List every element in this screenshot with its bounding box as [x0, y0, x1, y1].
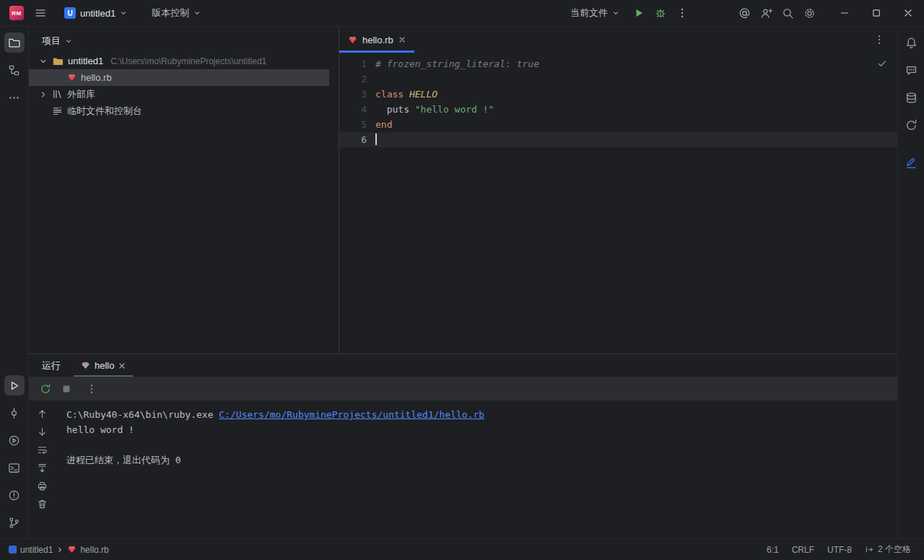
code-line-1[interactable]: 1 # frozen_string_literal: true	[339, 56, 897, 71]
chevron-down-icon	[193, 9, 201, 17]
project-panel-header[interactable]: 项目	[29, 30, 339, 53]
commit-tool-button[interactable]	[4, 403, 25, 423]
editor-options-button[interactable]	[868, 29, 890, 51]
search-icon	[782, 7, 794, 19]
trash-icon	[37, 499, 48, 509]
search-everywhere-button[interactable]	[777, 2, 798, 24]
line-number[interactable]: 1	[339, 56, 375, 71]
line-number[interactable]: 3	[339, 87, 375, 102]
breadcrumb-file[interactable]: hello.rb	[80, 545, 108, 555]
tree-file-name: hello.rb	[81, 72, 112, 83]
project-tree: untitled1 C:\Users\mo\RubymineProjects\u…	[29, 53, 339, 119]
vcs-widget[interactable]: 版本控制	[147, 4, 205, 22]
indent-icon	[865, 545, 874, 554]
line-separator-widget[interactable]: CRLF	[792, 545, 814, 555]
code-line-4[interactable]: 4 puts "hello word !"	[339, 102, 897, 117]
console-file-link[interactable]: C:/Users/mo/RubymineProjects/untitled1/h…	[219, 409, 484, 420]
run-panel-toolbar	[29, 377, 897, 401]
run-window-icon	[8, 380, 20, 392]
prev-occurrence-button[interactable]	[33, 405, 51, 422]
close-window-button[interactable]	[892, 0, 924, 26]
run-configuration-selector[interactable]: 当前文件	[566, 4, 624, 22]
encoding-widget[interactable]: UTF-8	[827, 545, 852, 555]
git-branch-icon	[8, 517, 20, 529]
stop-button[interactable]	[56, 379, 76, 398]
right-toolbar	[897, 27, 924, 538]
indent-widget[interactable]: 2 个空格	[865, 543, 911, 556]
libraries-icon	[52, 89, 63, 100]
run-configuration-label: 当前文件	[570, 6, 608, 19]
minimize-button[interactable]	[829, 0, 860, 26]
tree-row-external-libraries[interactable]: 外部库	[29, 86, 339, 102]
version-control-tool-button[interactable]	[4, 512, 25, 533]
code-class-name: HELLO	[409, 89, 437, 100]
run-more-options-button[interactable]	[82, 379, 101, 398]
project-badge-icon: U	[64, 7, 76, 19]
scroll-to-end-button[interactable]	[33, 459, 51, 476]
debug-button[interactable]	[650, 2, 671, 24]
more-run-actions-button[interactable]	[671, 2, 693, 24]
run-tool-button[interactable]	[4, 375, 25, 395]
code-line-6[interactable]: 6	[339, 132, 897, 147]
close-icon	[118, 362, 126, 369]
run-tab-label: hello	[95, 360, 114, 371]
inspections-status-widget[interactable]	[877, 58, 887, 69]
structure-tool-button[interactable]	[4, 60, 25, 80]
print-button[interactable]	[33, 477, 51, 494]
run-tab-close-button[interactable]	[118, 362, 126, 369]
code-keyword: end	[375, 119, 392, 130]
problems-tool-button[interactable]	[4, 485, 25, 505]
chevron-down-icon[interactable]	[39, 57, 48, 66]
caret-position-widget[interactable]: 6:1	[767, 545, 779, 555]
clear-console-button[interactable]	[33, 495, 51, 512]
more-icon	[8, 92, 20, 104]
tree-external-libraries-label: 外部库	[67, 88, 95, 101]
services-tool-button[interactable]	[4, 430, 25, 450]
tree-row-file-selected[interactable]: hello.rb	[29, 69, 329, 86]
console-toolbar	[29, 401, 55, 538]
statusbar-widgets: 6:1 CRLF UTF-8 2 个空格	[767, 543, 911, 556]
line-number[interactable]: 2	[339, 71, 375, 87]
line-number[interactable]: 4	[339, 102, 375, 117]
ai-assistant-tool-button[interactable]	[901, 60, 921, 80]
run-button[interactable]	[628, 2, 650, 24]
editor-tab-hello-rb[interactable]: hello.rb	[339, 27, 414, 53]
database-tool-button[interactable]	[901, 87, 921, 108]
run-tab-hello[interactable]: hello	[74, 354, 133, 377]
tab-close-button[interactable]	[398, 36, 406, 43]
ai-assistant-icon	[905, 64, 918, 76]
more-tool-windows-button[interactable]	[4, 87, 25, 108]
settings-button[interactable]	[798, 2, 820, 24]
breadcrumb-project[interactable]: untitled1	[20, 545, 53, 555]
check-icon	[877, 58, 887, 69]
project-widget[interactable]: U untitled1	[60, 4, 131, 22]
terminal-tool-button[interactable]	[4, 458, 25, 478]
chevron-down-icon	[612, 9, 619, 17]
scratches-icon	[52, 105, 63, 116]
dependencies-tool-button[interactable]	[901, 115, 921, 135]
kebab-icon	[676, 7, 688, 19]
line-number[interactable]: 5	[339, 117, 375, 132]
close-icon	[903, 8, 913, 18]
next-occurrence-button[interactable]	[33, 423, 51, 440]
console-line-blank	[66, 437, 897, 452]
code-line-5[interactable]: 5 end	[339, 117, 897, 132]
invite-user-button[interactable]	[755, 2, 777, 24]
code-with-me-button[interactable]	[733, 2, 755, 24]
soft-wrap-button[interactable]	[33, 441, 51, 458]
code-line-2[interactable]: 2	[339, 71, 897, 87]
notifications-tool-button[interactable]	[901, 32, 921, 53]
rerun-button[interactable]	[35, 379, 55, 398]
project-tool-button[interactable]	[4, 32, 25, 53]
text-caret	[375, 134, 377, 145]
line-number[interactable]: 6	[339, 132, 375, 147]
maximize-button[interactable]	[860, 0, 892, 26]
console-output[interactable]: C:\Ruby40-x64\bin\ruby.exe C:/Users/mo/R…	[55, 401, 897, 538]
edit-tool-button[interactable]	[901, 152, 921, 172]
code-line-3[interactable]: 3 class HELLO	[339, 87, 897, 102]
tree-row-root[interactable]: untitled1 C:\Users\mo\RubymineProjects\u…	[29, 53, 339, 69]
chevron-right-icon[interactable]	[39, 90, 48, 99]
tree-row-scratches[interactable]: 临时文件和控制台	[29, 102, 339, 119]
main-menu-button[interactable]	[30, 2, 51, 24]
code-editor[interactable]: 1 # frozen_string_literal: true 2 3 clas…	[339, 53, 897, 354]
